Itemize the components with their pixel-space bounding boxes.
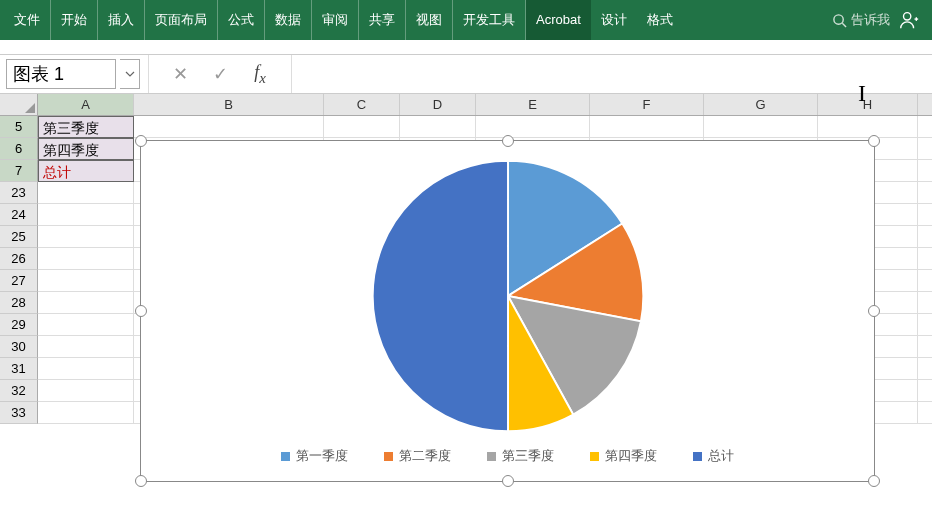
row-header-7[interactable]: 7 <box>0 160 38 182</box>
legend-label: 总计 <box>708 447 734 465</box>
legend-item[interactable]: 第一季度 <box>281 447 348 465</box>
resize-handle[interactable] <box>135 305 147 317</box>
legend-item[interactable]: 总计 <box>693 447 734 465</box>
name-box[interactable] <box>6 59 116 89</box>
select-all-corner[interactable] <box>0 94 38 115</box>
formula-bar: ✕ ✓ fx <box>0 54 932 94</box>
column-header-E[interactable]: E <box>476 94 590 115</box>
ribbon-tab-design[interactable]: 设计 <box>591 0 637 40</box>
tell-me-search[interactable]: 告诉我 <box>832 11 890 29</box>
column-header-G[interactable]: G <box>704 94 818 115</box>
cell-A27[interactable] <box>38 270 134 292</box>
legend-item[interactable]: 第四季度 <box>590 447 657 465</box>
column-header-F[interactable]: F <box>590 94 704 115</box>
row-header-25[interactable]: 25 <box>0 226 38 248</box>
row-header-26[interactable]: 26 <box>0 248 38 270</box>
cell-A5[interactable]: 第三季度 <box>38 116 134 138</box>
row-header-28[interactable]: 28 <box>0 292 38 314</box>
ribbon-tab-devtools[interactable]: 开发工具 <box>453 0 526 40</box>
resize-handle[interactable] <box>868 135 880 147</box>
formula-input[interactable] <box>300 59 932 89</box>
row-header-31[interactable]: 31 <box>0 358 38 380</box>
cell-A24[interactable] <box>38 204 134 226</box>
column-header-A[interactable]: A <box>38 94 134 115</box>
ribbon-tab-formulas[interactable]: 公式 <box>218 0 265 40</box>
cell-A32[interactable] <box>38 380 134 402</box>
row-header-27[interactable]: 27 <box>0 270 38 292</box>
tell-me-label: 告诉我 <box>851 11 890 29</box>
resize-handle[interactable] <box>135 135 147 147</box>
cell-A33[interactable] <box>38 402 134 424</box>
ribbon-tab-review[interactable]: 审阅 <box>312 0 359 40</box>
ribbon-tab-data[interactable]: 数据 <box>265 0 312 40</box>
pie-slice[interactable] <box>372 161 507 432</box>
legend-swatch <box>590 452 599 461</box>
text-cursor-icon: I <box>858 80 866 107</box>
row-header-24[interactable]: 24 <box>0 204 38 226</box>
column-header-H[interactable]: H <box>818 94 918 115</box>
resize-handle[interactable] <box>135 475 147 487</box>
cell-A25[interactable] <box>38 226 134 248</box>
cell-F5[interactable] <box>590 116 704 138</box>
formula-enter-button[interactable]: ✓ <box>207 61 233 87</box>
column-headers: ABCDEFGH <box>0 94 932 116</box>
legend-item[interactable]: 第二季度 <box>384 447 451 465</box>
legend-label: 第二季度 <box>399 447 451 465</box>
svg-point-0 <box>834 14 843 23</box>
cell-C5[interactable] <box>324 116 400 138</box>
cell-A31[interactable] <box>38 358 134 380</box>
cell-B5[interactable] <box>134 116 324 138</box>
chart-object[interactable]: 第一季度第二季度第三季度第四季度总计 <box>140 140 875 482</box>
cell-H5[interactable] <box>818 116 918 138</box>
resize-handle[interactable] <box>868 305 880 317</box>
cell-A30[interactable] <box>38 336 134 358</box>
legend-label: 第四季度 <box>605 447 657 465</box>
row-header-29[interactable]: 29 <box>0 314 38 336</box>
ribbon-tab-acrobat[interactable]: Acrobat <box>526 0 591 40</box>
row-headers: 5672324252627282930313233 <box>0 116 38 424</box>
insert-function-button[interactable]: fx <box>247 61 273 87</box>
resize-handle[interactable] <box>868 475 880 487</box>
x-icon: ✕ <box>173 63 188 85</box>
ribbon-tab-view[interactable]: 视图 <box>406 0 453 40</box>
ribbon-tab-share[interactable]: 共享 <box>359 0 406 40</box>
ribbon-tab-file[interactable]: 文件 <box>0 0 51 40</box>
legend-label: 第一季度 <box>296 447 348 465</box>
cell-A26[interactable] <box>38 248 134 270</box>
row-header-23[interactable]: 23 <box>0 182 38 204</box>
legend-swatch <box>281 452 290 461</box>
cell-A6[interactable]: 第四季度 <box>38 138 134 160</box>
ribbon-tab-format[interactable]: 格式 <box>637 0 683 40</box>
name-box-dropdown[interactable] <box>120 59 140 89</box>
resize-handle[interactable] <box>502 475 514 487</box>
check-icon: ✓ <box>213 63 228 85</box>
ribbon-tab-layout[interactable]: 页面布局 <box>145 0 218 40</box>
cell-D5[interactable] <box>400 116 476 138</box>
svg-point-2 <box>904 13 911 20</box>
resize-handle[interactable] <box>502 135 514 147</box>
ribbon-tab-home[interactable]: 开始 <box>51 0 98 40</box>
cell-G5[interactable] <box>704 116 818 138</box>
row-header-30[interactable]: 30 <box>0 336 38 358</box>
cell-E5[interactable] <box>476 116 590 138</box>
row-header-32[interactable]: 32 <box>0 380 38 402</box>
cell-A29[interactable] <box>38 314 134 336</box>
legend-label: 第三季度 <box>502 447 554 465</box>
column-header-D[interactable]: D <box>400 94 476 115</box>
row-header-5[interactable]: 5 <box>0 116 38 138</box>
row-header-6[interactable]: 6 <box>0 138 38 160</box>
svg-line-1 <box>842 23 846 27</box>
formula-cancel-button[interactable]: ✕ <box>167 61 193 87</box>
ribbon-tab-insert[interactable]: 插入 <box>98 0 145 40</box>
cell-A28[interactable] <box>38 292 134 314</box>
chart-legend[interactable]: 第一季度第二季度第三季度第四季度总计 <box>141 447 874 465</box>
legend-item[interactable]: 第三季度 <box>487 447 554 465</box>
row-header-33[interactable]: 33 <box>0 402 38 424</box>
column-header-C[interactable]: C <box>324 94 400 115</box>
fx-icon: fx <box>254 62 266 87</box>
cell-A7[interactable]: 总计 <box>38 160 134 182</box>
column-header-B[interactable]: B <box>134 94 324 115</box>
pie-chart[interactable] <box>363 151 653 444</box>
cell-A23[interactable] <box>38 182 134 204</box>
user-add-icon[interactable] <box>898 9 920 31</box>
